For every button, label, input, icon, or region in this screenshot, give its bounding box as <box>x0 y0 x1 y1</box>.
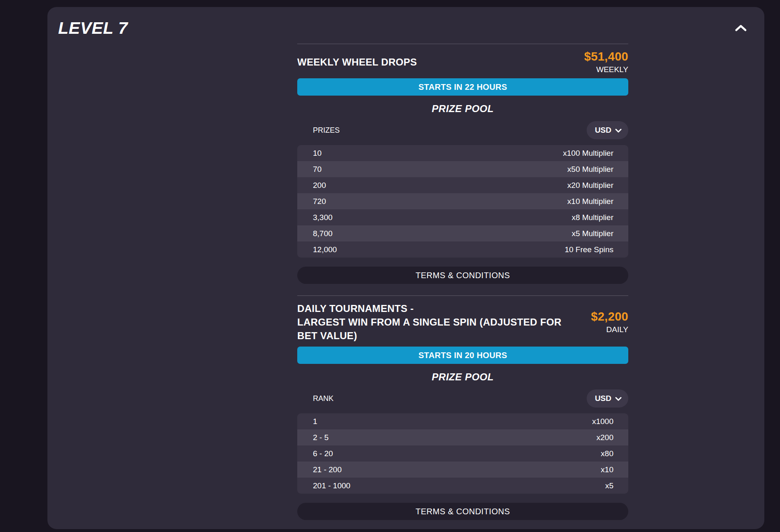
table-row: 201 - 1000 x5 <box>297 478 628 494</box>
row-label-cell: 10 <box>313 149 322 158</box>
prize-pool-heading: PRIZE POOL <box>297 371 628 383</box>
level-panel: LEVEL 7 WEEKLY WHEEL DROPS $51,400 WEEKL… <box>47 7 764 529</box>
row-value-cell: x10 Multiplier <box>567 197 613 206</box>
row-value-cell: x50 Multiplier <box>567 165 613 174</box>
table-row: 3,300 x8 Multiplier <box>297 209 628 225</box>
row-label-cell: 2 - 5 <box>313 433 329 442</box>
row-label-cell: 6 - 20 <box>313 449 333 458</box>
row-value-cell: x100 Multiplier <box>563 149 614 158</box>
row-label-cell: 3,300 <box>313 213 333 222</box>
table-row: 2 - 5 x200 <box>297 429 628 445</box>
section-title-line: LARGEST WIN FROM A SINGLE SPIN (ADJUSTED… <box>297 315 583 342</box>
row-label-cell: 1 <box>313 417 317 426</box>
row-value-cell: x8 Multiplier <box>572 213 613 222</box>
currency-value: USD <box>595 126 611 135</box>
starts-in-button[interactable]: STARTS IN 20 HOURS <box>297 347 628 364</box>
section-header: DAILY TOURNAMENTS - LARGEST WIN FROM A S… <box>297 302 628 342</box>
prize-amount: $2,200 <box>591 310 629 323</box>
currency-selector[interactable]: USD <box>587 389 628 408</box>
prize-amount-block: $51,400 WEEKLY <box>584 50 628 74</box>
section-divider <box>297 295 628 296</box>
table-row: 10 x100 Multiplier <box>297 145 628 161</box>
currency-value: USD <box>595 394 611 403</box>
row-value-cell: x10 <box>601 465 613 474</box>
chevron-up-icon <box>735 27 747 33</box>
row-label-cell: 720 <box>313 197 326 206</box>
table-row: 720 x10 Multiplier <box>297 193 628 209</box>
row-value-cell: 10 Free Spins <box>565 245 613 254</box>
prize-amount: $51,400 <box>584 50 628 63</box>
prize-amount-block: $2,200 DAILY <box>591 310 629 334</box>
section-title: DAILY TOURNAMENTS - LARGEST WIN FROM A S… <box>297 302 583 342</box>
row-value-cell: x80 <box>601 449 613 458</box>
table-label-row: PRIZES USD <box>297 121 628 139</box>
row-label-cell: 201 - 1000 <box>313 481 350 490</box>
table-row: 1 x1000 <box>297 413 628 429</box>
column-label: RANK <box>313 394 334 403</box>
table-row: 12,000 10 Free Spins <box>297 241 628 258</box>
prize-period: WEEKLY <box>584 65 628 74</box>
table-row: 70 x50 Multiplier <box>297 161 628 177</box>
prize-table: 10 x100 Multiplier 70 x50 Multiplier 200… <box>297 145 628 258</box>
row-label-cell: 12,000 <box>313 245 337 254</box>
row-value-cell: x5 <box>605 481 613 490</box>
row-label-cell: 8,700 <box>313 229 333 238</box>
promotions-content: WEEKLY WHEEL DROPS $51,400 WEEKLY STARTS… <box>297 44 628 520</box>
table-row: 200 x20 Multiplier <box>297 177 628 193</box>
page-title: LEVEL 7 <box>58 19 128 38</box>
table-row: 21 - 200 x10 <box>297 462 628 478</box>
section-weekly-wheel-drops: WEEKLY WHEEL DROPS $51,400 WEEKLY STARTS… <box>297 44 628 284</box>
terms-and-conditions-button[interactable]: TERMS & CONDITIONS <box>297 503 628 520</box>
currency-selector[interactable]: USD <box>587 121 628 139</box>
row-value-cell: x200 <box>597 433 613 442</box>
prize-pool-heading: PRIZE POOL <box>297 103 628 115</box>
starts-in-button[interactable]: STARTS IN 22 HOURS <box>297 78 628 96</box>
section-daily-tournaments: DAILY TOURNAMENTS - LARGEST WIN FROM A S… <box>297 295 628 520</box>
collapse-button[interactable] <box>733 23 749 35</box>
row-value-cell: x1000 <box>592 417 613 426</box>
table-label-row: RANK USD <box>297 389 628 408</box>
row-value-cell: x5 Multiplier <box>572 229 613 238</box>
row-label-cell: 200 <box>313 181 326 190</box>
table-row: 6 - 20 x80 <box>297 445 628 462</box>
row-label-cell: 21 - 200 <box>313 465 342 474</box>
rank-table: 1 x1000 2 - 5 x200 6 - 20 x80 21 - 200 x… <box>297 413 628 494</box>
section-divider <box>297 44 628 44</box>
table-row: 8,700 x5 Multiplier <box>297 225 628 241</box>
chevron-down-icon <box>615 126 622 135</box>
chevron-down-icon <box>615 394 622 403</box>
row-label-cell: 70 <box>313 165 322 174</box>
row-value-cell: x20 Multiplier <box>567 181 613 190</box>
section-title-line: WEEKLY WHEEL DROPS <box>297 55 417 69</box>
prize-period: DAILY <box>591 325 629 334</box>
section-title: WEEKLY WHEEL DROPS <box>297 55 417 69</box>
section-header: WEEKLY WHEEL DROPS $51,400 WEEKLY <box>297 50 628 74</box>
section-title-line: DAILY TOURNAMENTS - <box>297 302 583 315</box>
terms-and-conditions-button[interactable]: TERMS & CONDITIONS <box>297 267 628 284</box>
column-label: PRIZES <box>313 126 340 135</box>
